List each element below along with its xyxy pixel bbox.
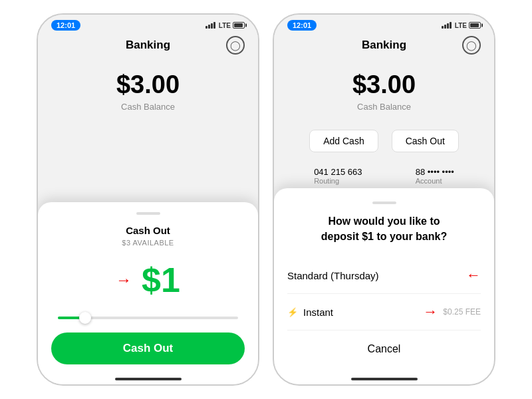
left-app-title: Banking [126,39,170,52]
right-balance-amount: $3.00 [287,70,481,99]
sheet-handle [136,212,160,215]
instant-arrow-icon: → [423,303,438,321]
lightning-icon: ⚡ [287,307,298,317]
routing-info: 041 215 663 Routing [314,167,362,185]
instant-fee: $0.25 FEE [443,307,481,317]
cashout-dollar-amount: $1 [142,260,180,300]
routing-label: Routing [314,177,362,185]
deposit-question: How would you like todeposit $1 to your … [287,214,481,244]
instant-option-label: Instant [303,307,333,318]
right-signal-bar-2 [444,25,446,29]
right-battery-icon [469,22,481,29]
routing-number: 041 215 663 [314,167,362,177]
standard-arrow-icon: ← [466,267,481,284]
cashout-title: Cash Out [51,225,245,236]
left-phone: 12:01 LTE Banking ◯ $3.00 Cash Balance [37,13,259,386]
right-balance-label: Cash Balance [287,102,481,112]
right-signal-bar-1 [442,26,444,29]
left-profile-icon[interactable]: ◯ [226,36,245,55]
right-signal-bar-3 [447,23,449,29]
deposit-sheet-handle [372,201,396,204]
standard-option-right: ← [466,267,481,284]
account-number: 88 •••• •••• [416,167,454,177]
left-app-header: Banking ◯ [38,33,258,57]
add-cash-button[interactable]: Add Cash [309,130,378,152]
left-home-bar [115,378,182,380]
right-lte-label: LTE [455,22,467,29]
signal-bar-3 [211,23,213,29]
right-signal-bars [442,22,452,29]
instant-option[interactable]: ⚡ Instant → $0.25 FEE [287,294,481,331]
screenshot-container: 12:01 LTE Banking ◯ $3.00 Cash Balance [0,0,532,399]
bank-info-row: 041 215 663 Routing 88 •••• •••• Account [274,160,494,192]
left-status-icons: LTE [205,22,245,29]
right-balance-area: $3.00 Cash Balance [274,57,494,122]
right-home-bar [351,378,418,380]
cashout-btn-wrapper: Cash Out → [51,332,245,364]
right-profile-icon[interactable]: ◯ [462,36,481,55]
right-app-header: Banking ◯ [274,33,494,57]
cashout-amount-row: → $1 [51,260,245,300]
slider-container[interactable] [51,317,245,319]
left-cashout-sheet: Cash Out $3 AVAILABLE → $1 Cash Out → [38,202,258,384]
right-status-time: 12:01 [287,20,317,31]
lte-label: LTE [219,22,231,29]
slider-thumb[interactable] [79,312,91,324]
cashout-available: $3 AVAILABLE [51,239,245,247]
right-phone: 12:01 LTE Banking ◯ $3.00 Cash Balance [273,13,495,386]
left-balance-amount: $3.00 [51,70,245,99]
left-status-bar: 12:01 LTE [38,15,258,33]
left-status-time: 12:01 [51,20,80,31]
standard-option-label: Standard (Thursday) [287,270,379,281]
instant-option-left: ⚡ Instant [287,307,333,318]
standard-option-left: Standard (Thursday) [287,270,379,281]
signal-bars [205,22,215,29]
right-app-title: Banking [362,39,406,52]
signal-bar-4 [213,22,215,29]
amount-arrow-left: → [116,271,132,289]
account-info: 88 •••• •••• Account [416,167,454,185]
account-label: Account [416,177,454,185]
right-status-bar: 12:01 LTE [274,15,494,33]
signal-bar-1 [205,26,207,29]
cash-out-button[interactable]: Cash Out [392,130,459,152]
cashout-button[interactable]: Cash Out [51,332,245,364]
deposit-modal: How would you like todeposit $1 to your … [274,188,494,384]
signal-bar-2 [208,25,210,29]
standard-option[interactable]: Standard (Thursday) ← [287,257,481,294]
left-balance-area: $3.00 Cash Balance [38,57,258,122]
instant-option-right: → $0.25 FEE [423,303,481,321]
left-balance-label: Cash Balance [51,102,245,112]
right-signal-bar-4 [450,22,452,29]
right-status-icons: LTE [442,22,481,29]
battery-icon [233,22,245,29]
right-action-buttons: Add Cash Cash Out [274,122,494,160]
slider-track [58,317,238,319]
cancel-button[interactable]: Cancel [287,334,481,364]
